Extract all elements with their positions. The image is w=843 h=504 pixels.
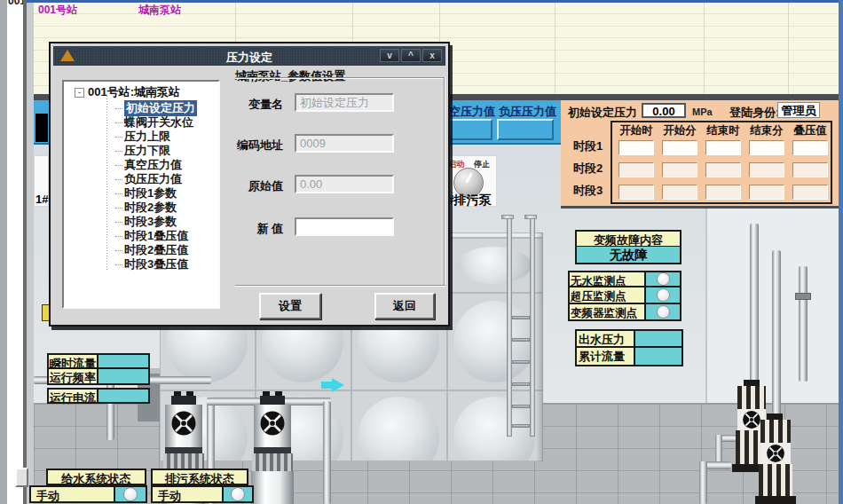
field-label: 新 值 — [194, 223, 283, 234]
status-lamp-icon — [657, 272, 670, 286]
monitor-label: 无水监测点 — [568, 271, 646, 287]
schedule-cell[interactable] — [792, 162, 828, 177]
code-address-field: 0009 — [295, 134, 394, 153]
tree-root[interactable]: - 001号站:城南泵站 — [64, 85, 218, 99]
variable-name-field: 初始设定压力 — [295, 93, 394, 112]
metric-value — [98, 353, 150, 369]
pump-graphic-fragment — [35, 114, 48, 142]
sewage-system-header: 排污系统状态 — [151, 469, 248, 485]
mode-label: 手动 — [151, 485, 224, 503]
tree-item[interactable]: 真空压力值 — [64, 158, 218, 172]
tree-item[interactable]: 时段2参数 — [64, 201, 218, 215]
schedule-cell[interactable] — [749, 140, 784, 155]
set-button[interactable]: 设置 — [259, 293, 321, 319]
schedule-cell[interactable] — [618, 162, 654, 177]
schedule-cell[interactable] — [792, 185, 828, 200]
tree-item[interactable]: 时段2叠压值 — [64, 243, 218, 257]
col-header: 开始分 — [658, 125, 701, 137]
water-system-mode-row: 手动 — [29, 485, 147, 503]
groupbox-line — [235, 285, 445, 287]
monitor-label: 超压监测点 — [568, 287, 646, 304]
table-column-divider — [555, 3, 555, 94]
negative-pressure-value-box — [497, 119, 554, 140]
minimize-button[interactable]: v — [380, 49, 399, 62]
metric-label: 出水压力 — [575, 329, 635, 348]
left-white-column — [7, 0, 23, 504]
field-label: 变量名 — [194, 98, 283, 110]
schedule-cell[interactable] — [662, 185, 697, 200]
col-header: 叠压值 — [789, 125, 831, 137]
schedule-cell[interactable] — [662, 162, 697, 177]
vacuum-pressure-value-box — [446, 119, 492, 140]
initial-pressure-label: 初始设定压力 — [568, 106, 637, 118]
flow-arrow-icon — [321, 382, 332, 389]
pump-fan-icon — [259, 410, 286, 437]
station-id-cell[interactable]: 001号站 — [38, 3, 77, 18]
tree-expand-icon[interactable]: - — [75, 88, 84, 98]
pump-fan-icon — [742, 410, 761, 429]
schedule-cell[interactable] — [705, 185, 741, 200]
tree-guide-line — [106, 96, 107, 270]
pressure-setting-dialog: 压力设定 v ^ x - 001号站:城南泵站 初始设定压力 蝶阀开关水位 压力… — [49, 42, 450, 327]
table-column-divider — [704, 3, 705, 94]
schedule-cell[interactable] — [749, 185, 784, 200]
metric-label: 累计流量 — [575, 348, 635, 366]
form-group-title: 城南泵站_参数值设置 — [235, 68, 345, 84]
schedule-cell[interactable] — [662, 140, 697, 155]
left-frame-strip — [0, 0, 7, 504]
sewage-system-mode-row: 手动 — [151, 485, 254, 503]
col-header: 结束时 — [702, 125, 745, 137]
login-identity-label: 登陆身份: — [729, 106, 779, 118]
mode-label: 手动 — [29, 485, 115, 503]
status-lamp-icon — [123, 487, 138, 501]
metric-value — [635, 348, 683, 366]
right-blue-border — [839, 0, 843, 504]
schedule-table: 开始时 开始分 结束时 结束分 叠压值 — [611, 121, 832, 204]
top-blue-border — [27, 0, 839, 3]
pump-fan-icon — [170, 410, 197, 437]
status-lamp-icon — [657, 305, 670, 319]
left-metrics: 瞬时流量 运行频率 运行电流 — [47, 353, 150, 404]
schedule-cell[interactable] — [792, 140, 828, 155]
col-header: 开始时 — [615, 125, 658, 137]
maximize-button[interactable]: ^ — [401, 49, 421, 62]
groupbox-line — [235, 77, 445, 79]
tree-item[interactable]: 时段3叠压值 — [64, 257, 218, 272]
initial-pressure-value: 0.00 — [642, 103, 686, 118]
schedule-cell[interactable] — [705, 140, 741, 155]
metric-label: 运行频率 — [47, 369, 98, 385]
period2-label: 时段2 — [573, 162, 603, 174]
original-value-field: 0.00 — [295, 175, 394, 193]
schedule-cell[interactable] — [618, 140, 654, 155]
status-lamp-icon — [657, 288, 670, 302]
tank-right-shade — [536, 232, 543, 461]
pump-fan-icon — [766, 444, 785, 463]
pressure-unit: MPa — [692, 106, 713, 117]
schedule-cell[interactable] — [618, 185, 654, 200]
close-button[interactable]: x — [422, 49, 442, 62]
dialog-titlebar[interactable]: 压力设定 v ^ x — [53, 46, 445, 66]
period3-label: 时段3 — [573, 185, 603, 196]
field-label: 原始值 — [194, 180, 283, 192]
small-button[interactable] — [15, 468, 28, 487]
metric-label: 运行电流 — [47, 388, 98, 404]
vfd-fault-status: 无故障 — [575, 246, 681, 264]
tree-item[interactable]: 蝶阀开关水位 — [64, 115, 218, 130]
negative-pressure-label: 负压压力值 — [499, 104, 556, 120]
station-name-cell[interactable]: 城南泵站 — [138, 3, 181, 18]
col-header: 结束分 — [745, 125, 788, 137]
table-column-divider — [788, 3, 789, 94]
metric-value — [98, 369, 150, 385]
field-label: 编码地址 — [194, 139, 283, 151]
schedule-cell[interactable] — [705, 162, 741, 177]
stop-label: 停止 — [474, 159, 490, 170]
metric-value — [98, 388, 150, 404]
schedule-cell[interactable] — [749, 162, 784, 177]
period1-label: 时段1 — [573, 140, 603, 152]
return-button[interactable]: 返回 — [374, 293, 435, 319]
left-gray-strip — [27, 0, 34, 504]
new-value-input[interactable] — [295, 217, 394, 236]
mode-indicator — [115, 485, 147, 503]
metric-value — [635, 329, 683, 348]
vacuum-pressure-label: 空压力值 — [449, 104, 495, 120]
